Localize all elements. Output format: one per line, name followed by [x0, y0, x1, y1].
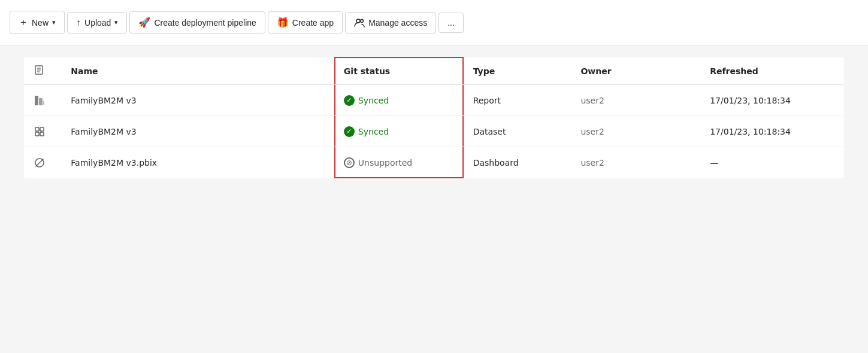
item-refreshed: — [710, 158, 718, 168]
pipeline-icon: 🚀 [138, 17, 150, 28]
row-name-cell[interactable]: FamilyBM2M v3 [61, 116, 334, 147]
item-type: Dashboard [473, 158, 519, 168]
item-name: FamilyBM2M v3 [71, 127, 136, 136]
svg-rect-9 [35, 127, 39, 131]
col-type-header: Type [464, 57, 571, 85]
svg-point-1 [361, 19, 364, 22]
manage-access-button[interactable]: Manage access [345, 12, 436, 34]
item-owner: user2 [580, 127, 604, 136]
create-app-button[interactable]: 🎁 Create app [268, 11, 343, 34]
table-row: FamilyBM2M v3 ✓ Synced Dataset user2 17/… [24, 116, 844, 147]
col-name-header: Name [61, 57, 334, 85]
toolbar: ＋ New ▾ ↑ Upload ▾ 🚀 Create deployment p… [0, 0, 868, 45]
row-name-cell[interactable]: FamilyBM2M v3 [61, 85, 334, 116]
row-owner-cell: user2 [571, 116, 700, 147]
col-refreshed-header: Refreshed [700, 57, 844, 85]
table-row: FamilyBM2M v3 ✓ Synced Report user2 17/0… [24, 85, 844, 116]
row-git-cell: ⊘ Unsupported [334, 147, 464, 178]
col-git-header: Git status [334, 57, 464, 85]
new-button[interactable]: ＋ New ▾ [10, 11, 65, 34]
upload-button[interactable]: ↑ Upload ▾ [67, 12, 127, 34]
unsupported-icon: ⊘ [344, 157, 355, 168]
svg-rect-7 [39, 98, 43, 105]
item-type-icon [34, 157, 52, 169]
table-row: FamilyBM2M v3.pbix ⊘ Unsupported Dashboa… [24, 147, 844, 178]
row-name-cell[interactable]: FamilyBM2M v3.pbix [61, 147, 334, 178]
row-icon-cell [24, 116, 61, 147]
item-refreshed: 17/01/23, 10:18:34 [710, 96, 791, 105]
synced-icon: ✓ [344, 126, 355, 137]
item-name: FamilyBM2M v3 [71, 96, 136, 105]
new-chevron-icon: ▾ [52, 19, 56, 26]
upload-chevron-icon: ▾ [114, 19, 118, 26]
svg-rect-11 [35, 132, 39, 136]
more-label: ... [447, 18, 455, 28]
git-status-label: Synced [358, 96, 389, 105]
git-status-unsupported: ⊘ Unsupported [344, 157, 454, 168]
row-refreshed-cell: 17/01/23, 10:18:34 [700, 116, 844, 147]
row-icon-cell [24, 85, 61, 116]
row-git-cell: ✓ Synced [334, 85, 464, 116]
row-owner-cell: user2 [571, 85, 700, 116]
svg-rect-10 [40, 127, 44, 131]
svg-rect-8 [43, 101, 44, 105]
upload-label: Upload [84, 18, 111, 28]
synced-icon: ✓ [344, 95, 355, 106]
plus-icon: ＋ [19, 16, 28, 29]
item-type-icon [34, 126, 52, 138]
table-header-row: Name Git status Type Owner Refreshed [24, 57, 844, 85]
more-button[interactable]: ... [438, 13, 464, 33]
col-icon-header [24, 57, 61, 85]
new-label: New [32, 18, 49, 28]
create-pipeline-button[interactable]: 🚀 Create deployment pipeline [129, 11, 265, 34]
col-owner-header: Owner [571, 57, 700, 85]
item-type: Dataset [473, 127, 506, 136]
row-refreshed-cell: — [700, 147, 844, 178]
item-type-icon [34, 95, 52, 106]
item-name: FamilyBM2M v3.pbix [71, 158, 157, 168]
row-owner-cell: user2 [571, 147, 700, 178]
main-content: Name Git status Type Owner Refreshed [0, 45, 868, 190]
git-status-synced: ✓ Synced [344, 95, 454, 106]
git-status-label: Synced [358, 127, 389, 136]
row-type-cell: Dashboard [464, 147, 571, 178]
item-refreshed: 17/01/23, 10:18:34 [710, 127, 791, 136]
row-git-cell: ✓ Synced [334, 116, 464, 147]
item-type: Report [473, 96, 501, 105]
manage-access-label: Manage access [368, 18, 427, 28]
create-app-label: Create app [292, 18, 334, 28]
upload-icon: ↑ [76, 17, 81, 28]
app-icon: 🎁 [277, 17, 289, 28]
git-status-synced: ✓ Synced [344, 126, 454, 137]
row-refreshed-cell: 17/01/23, 10:18:34 [700, 85, 844, 116]
git-status-label: Unsupported [358, 158, 412, 168]
item-owner: user2 [580, 96, 604, 105]
row-icon-cell [24, 147, 61, 178]
svg-rect-12 [40, 132, 44, 136]
row-type-cell: Report [464, 85, 571, 116]
svg-rect-6 [35, 96, 38, 105]
create-pipeline-label: Create deployment pipeline [154, 18, 256, 28]
item-owner: user2 [580, 158, 604, 168]
row-type-cell: Dataset [464, 116, 571, 147]
svg-point-0 [356, 19, 360, 23]
people-icon [354, 17, 365, 28]
items-table: Name Git status Type Owner Refreshed [24, 57, 844, 178]
